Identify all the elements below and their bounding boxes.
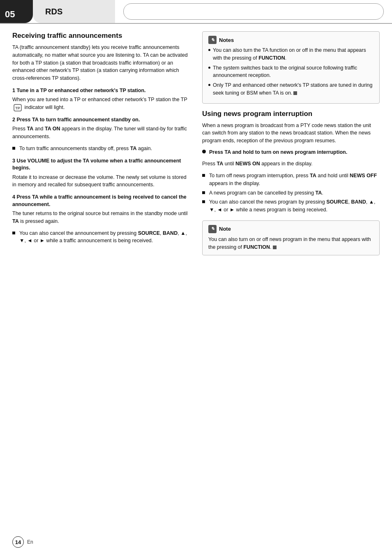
note-single-icon: ✎ (208, 225, 217, 233)
step1-body: When you are tuned into a TP or enhanced… (12, 96, 190, 111)
square-bullet-icon-4 (202, 191, 205, 194)
right-column: ✎ Notes You can also turn the TA functio… (202, 31, 380, 261)
header-title: RDS (33, 0, 115, 23)
news-bullet-3: You can also cancel the news program by … (202, 198, 380, 214)
step3-heading: 3 Use VOLUME to adjust the TA volume whe… (12, 158, 190, 172)
left-column: Receiving traffic announcements TA (traf… (12, 31, 190, 261)
step2-heading: 2 Press TA to turn traffic announcement … (12, 116, 190, 124)
dot-icon-1 (208, 49, 210, 51)
left-intro: TA (traffic announcement standby) lets y… (12, 44, 190, 82)
notes-item-3: Only TP and enhanced other network's TP … (208, 81, 374, 97)
notes-item-1: You can also turn the TA function on or … (208, 46, 374, 62)
step4-bullet: You can also cancel the announcement by … (12, 229, 190, 245)
news-bullet-1: To turn off news program interruption, p… (202, 172, 380, 188)
news-heading: Using news program interruption (202, 109, 380, 118)
step2-body: Press TA and TA ON appears in the displa… (12, 125, 190, 141)
square-bullet-icon-2 (12, 232, 15, 234)
note-single-box: ✎ Note You can also turn on or off news … (202, 220, 380, 256)
page-number: 14 (12, 536, 24, 548)
step4-heading: 4 Press TA while a traffic announcement … (12, 194, 190, 208)
news-step-heading: Press TA and hold to turn on news progra… (209, 149, 347, 156)
header-title-text: RDS (45, 7, 62, 16)
small-square-icon-2 (273, 246, 277, 249)
note-single-body: You can also turn on or off news program… (208, 236, 374, 251)
tp-icon: TP (14, 104, 22, 111)
dot-icon-3 (208, 84, 210, 86)
notes-item-2: The system switches back to the original… (208, 64, 374, 80)
notes-label: Notes (219, 37, 234, 43)
step2-bullet: To turn traffic announcements standby of… (12, 145, 190, 153)
page: Section 05 RDS Receiving traffic announc… (0, 0, 392, 556)
footer-lang: En (27, 539, 33, 545)
news-step-body: Press TA until NEWS ON appears in the di… (202, 160, 380, 168)
step4-body: The tuner returns to the original source… (12, 210, 190, 225)
news-intro: When a news program is broadcast from a … (202, 122, 380, 145)
main-content: Receiving traffic announcements TA (traf… (0, 27, 392, 269)
note-icon: ✎ (208, 36, 217, 44)
step1-heading: 1 Tune in a TP or enhanced other network… (12, 87, 190, 95)
step3-body: Rotate it to increase or decrease the vo… (12, 174, 190, 189)
section-number-box: 05 (0, 0, 33, 23)
section-number: 05 (5, 9, 15, 20)
square-bullet-icon-5 (202, 200, 205, 203)
svg-text:TP: TP (15, 106, 20, 110)
square-bullet-icon-3 (202, 174, 205, 177)
header-right-box (123, 3, 384, 20)
footer: 14 En (12, 536, 380, 548)
news-bullet-2: A news program can be cancelled by press… (202, 189, 380, 197)
dot-icon-2 (208, 67, 210, 69)
note-single-label: Note (219, 226, 231, 232)
small-square-icon (293, 91, 297, 95)
left-main-heading: Receiving traffic announcements (12, 31, 190, 40)
news-step: Press TA and hold to turn on news progra… (202, 149, 380, 158)
notes-box: ✎ Notes You can also turn the TA functio… (202, 31, 380, 104)
circle-bullet-icon (202, 150, 206, 153)
notes-header: ✎ Notes (208, 36, 374, 44)
note-single-header: ✎ Note (208, 225, 374, 233)
square-bullet-icon (12, 147, 15, 150)
